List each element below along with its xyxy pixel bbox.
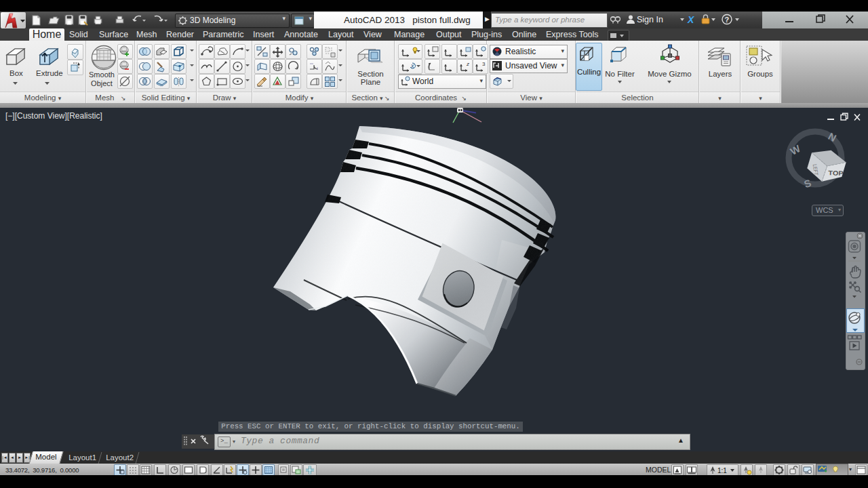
svg-text:Sign In: Sign In (637, 15, 663, 24)
svg-text:Extrude: Extrude (36, 69, 63, 77)
svg-text:S: S (802, 177, 812, 190)
svg-text:LEFT: LEFT (812, 164, 820, 176)
svg-text:TOP: TOP (828, 169, 844, 177)
svg-text:Box: Box (9, 69, 23, 77)
svg-text:3: 3 (482, 61, 486, 67)
svg-text:?: ? (725, 16, 730, 24)
svg-text:z: z (466, 61, 469, 67)
svg-text:X: X (687, 14, 695, 25)
svg-text:1:1: 1:1 (717, 467, 727, 474)
